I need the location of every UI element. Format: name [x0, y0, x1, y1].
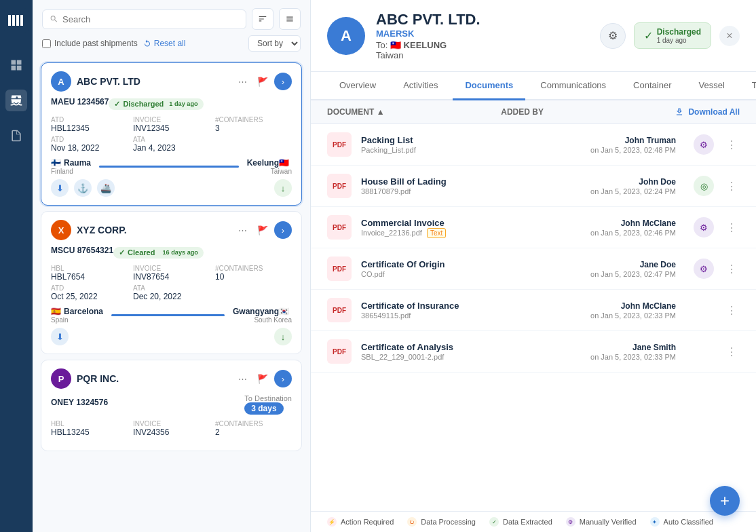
status-bar: ⚡ Action Required ⭮ Data Processing ✓ Da… [311, 511, 756, 532]
company-avatar: A [327, 17, 365, 55]
auto-classified-dot: ✦ [650, 517, 660, 527]
status-data-processing: ⭮ Data Processing [407, 517, 476, 527]
doc-info: Packing List Packing_List.pdf [361, 135, 581, 154]
route-row: 🇪🇸Barcelona Spain Gwangyang🇰🇷 South Kore… [51, 307, 292, 324]
doc-more-button[interactable]: ⋮ [723, 302, 740, 318]
document-row: PDF Certificate Of Origin CO.pdf Jane Do… [311, 248, 756, 290]
tab-documents[interactable]: Documents [453, 72, 525, 100]
download-icon[interactable]: ⬇ [51, 328, 69, 345]
view-toggle-button[interactable] [279, 8, 301, 30]
carrier-avatar: P [51, 368, 71, 389]
search-input[interactable] [62, 14, 239, 24]
doc-name: Commercial Invoice [361, 218, 581, 228]
status-data-extracted: ✓ Data Extracted [489, 517, 552, 527]
added-by-info: Jane Smith on Jan 5, 2023, 02:33 PM [590, 343, 676, 361]
doc-status-icon: ⚙ [694, 217, 714, 238]
header-actions: ⚙ ✓ Discharged 1 day ago × [600, 22, 740, 49]
doc-more-button[interactable]: ⋮ [723, 136, 740, 153]
anchor-icon[interactable]: ⚓ [74, 179, 92, 197]
check-icon[interactable]: ↓ [274, 328, 292, 345]
card-more-button[interactable]: ⋯ [233, 221, 251, 239]
detail-header: A ABC PVT. LTD. MAERSK To: 🇹🇼 KEELUNG Ta… [311, 0, 756, 72]
destination-label: To: 🇹🇼 KEELUNG Taiwan [376, 40, 589, 60]
tab-communications[interactable]: Communications [528, 72, 618, 100]
pdf-icon: PDF [327, 298, 352, 322]
settings-button[interactable]: ⚙ [600, 23, 626, 49]
status-action-required: ⚡ Action Required [327, 517, 394, 527]
include-past-shipments-label[interactable]: Include past shipments [42, 39, 138, 48]
shipment-list: A ABC PVT. LTD ⋯ 🚩 › MAEU 1234567 ✓ Disc… [33, 57, 310, 532]
status-badge: ✓ Cleared 16 days ago [113, 247, 204, 259]
carrier-label: MAERSK [376, 28, 589, 39]
card-more-button[interactable]: ⋯ [233, 370, 251, 387]
search-input-wrap[interactable] [42, 10, 246, 29]
doc-name: House Bill of Lading [361, 176, 581, 187]
document-row: PDF Commercial Invoice Invoice_22136.pdf… [311, 207, 756, 248]
nav-ship-icon[interactable] [5, 90, 27, 111]
fab-add-button[interactable]: + [710, 486, 740, 516]
doc-info: Certificate of Analysis SBL_22_129_0001-… [361, 342, 581, 361]
tabs-bar: Overview Activities Documents Communicat… [311, 72, 756, 100]
shipment-panel: Include past shipments Reset all Sort by… [33, 0, 311, 532]
reset-all-button[interactable]: Reset all [143, 39, 186, 48]
route-row: 🇫🇮Rauma Finland Keelung🇹🇼 Taiwan [51, 158, 292, 175]
added-by-info: John Doe on Jan 5, 2023, 02:24 PM [590, 177, 676, 195]
doc-name: Certificate of Insurance [361, 301, 581, 311]
sort-select[interactable]: Sort by [248, 35, 301, 52]
app-logo [4, 8, 29, 35]
company-name: ABC PVT. LTD [77, 76, 228, 87]
doc-filename: SBL_22_129_0001-2.pdf [361, 353, 581, 361]
action-required-dot: ⚡ [327, 517, 337, 527]
nav-doc-icon[interactable] [5, 125, 27, 147]
doc-status-icon: ⚙ [694, 134, 714, 155]
doc-info: Certificate Of Origin CO.pdf [361, 259, 581, 278]
company-name: ABC PVT. LTD. [376, 11, 589, 28]
ship-icon[interactable]: 🚢 [97, 179, 115, 197]
pdf-icon: PDF [327, 256, 352, 281]
shipment-card[interactable]: X XYZ CORP. ⋯ 🚩 › MSCU 87654321 ✓ Cleare… [41, 211, 302, 354]
doc-filename: 386549115.pdf [361, 311, 581, 320]
card-details: HBL HBL7654 Invoice INV87654 #Containers… [51, 265, 292, 301]
card-more-button[interactable]: ⋯ [233, 73, 251, 90]
tab-overview[interactable]: Overview [327, 72, 388, 100]
pdf-icon: PDF [327, 132, 352, 157]
tab-vessel[interactable]: Vessel [686, 72, 736, 100]
shipment-card[interactable]: P PQR INC. ⋯ 🚩 › ONEY 1324576 To Destina… [41, 360, 302, 451]
check-icon[interactable]: ↓ [274, 179, 292, 197]
doc-more-button[interactable]: ⋮ [723, 178, 740, 194]
card-flag-button[interactable]: 🚩 [254, 370, 271, 387]
tab-team[interactable]: Team [740, 72, 756, 100]
added-by-info: John McClane on Jan 5, 2023, 02:46 PM [590, 218, 676, 237]
card-open-button[interactable]: › [274, 370, 292, 387]
card-flag-button[interactable]: 🚩 [254, 73, 271, 90]
card-details: ATD HBL12345 Invoice INV12345 #Container… [51, 116, 292, 153]
card-flag-button[interactable]: 🚩 [254, 221, 271, 239]
document-row: PDF Certificate of Insurance 386549115.p… [311, 290, 756, 331]
doc-info: Certificate of Insurance 386549115.pdf [361, 301, 581, 320]
added-by-info: John Truman on Jan 5, 2023, 02:48 PM [590, 136, 676, 154]
document-row: PDF House Bill of Lading 388170879.pdf J… [311, 166, 756, 207]
doc-filename: Packing_List.pdf [361, 146, 581, 154]
card-open-button[interactable]: › [274, 221, 292, 239]
data-processing-dot: ⭮ [407, 517, 417, 527]
tab-activities[interactable]: Activities [391, 72, 450, 100]
card-open-button[interactable]: › [274, 73, 292, 90]
tab-container[interactable]: Container [621, 72, 683, 100]
nav-grid-icon[interactable] [5, 54, 27, 76]
carrier-code: MAEU 1234567 [51, 97, 109, 107]
download-all-button[interactable]: Download All [675, 107, 740, 117]
doc-more-button[interactable]: ⋮ [723, 261, 740, 277]
doc-info: House Bill of Lading 388170879.pdf [361, 176, 581, 195]
shipment-card[interactable]: A ABC PVT. LTD ⋯ 🚩 › MAEU 1234567 ✓ Disc… [41, 62, 302, 206]
doc-more-button[interactable]: ⋮ [723, 219, 740, 235]
include-past-checkbox[interactable] [42, 39, 51, 48]
close-button[interactable]: × [719, 26, 740, 46]
download-icon[interactable]: ⬇ [51, 179, 69, 197]
doc-more-button[interactable]: ⋮ [723, 343, 740, 360]
filter-button[interactable] [252, 8, 273, 30]
carrier-avatar: A [51, 71, 71, 92]
search-bar [33, 0, 310, 30]
svg-rect-2 [12, 15, 15, 26]
doc-status-icon: ⚙ [694, 259, 714, 279]
pdf-icon: PDF [327, 174, 352, 198]
